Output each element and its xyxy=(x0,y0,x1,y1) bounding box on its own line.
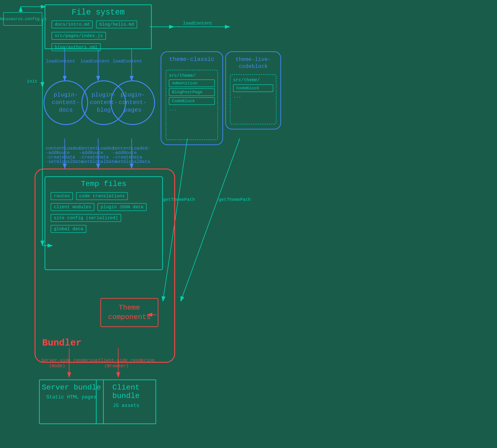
server-bundle-sub: Static HTML pages xyxy=(40,393,103,401)
client-bundle-box: Client bundle JS assets xyxy=(96,380,156,424)
temp-client-modules: client modules xyxy=(51,203,94,211)
theme-live-label: theme-live-codeblock xyxy=(226,52,280,72)
loadcontent3-label: loadContent xyxy=(113,59,142,64)
clientrendering2-label: (Browser) xyxy=(104,363,128,368)
contentloaded2b-label: -addRoute xyxy=(79,150,103,155)
temp-files-title: Temp files xyxy=(45,177,162,191)
contentloaded3c-label: -createData xyxy=(113,155,142,160)
temp-site-config: site config (serialized) xyxy=(51,214,121,222)
loadcontent4-label: loadContent xyxy=(183,21,212,26)
temp-files-box: Temp files routes code translations clie… xyxy=(45,176,163,270)
theme-classic-dots: ... xyxy=(169,107,215,112)
serverrendering2-label: (Node) xyxy=(49,363,65,368)
theme-classic-label: theme-classic xyxy=(161,52,222,65)
file-docs-intro: docs/intro.md xyxy=(51,20,93,28)
contentloaded1b-label: -addRoute xyxy=(46,150,70,155)
config-label: docusaurus.config.js xyxy=(0,17,47,21)
contentloaded2c-label: -createData xyxy=(79,155,109,160)
theme-classic-box: theme-classic src/theme/ Admonition Blog… xyxy=(161,51,223,145)
file-pages-index: src/pages/index.js xyxy=(51,32,106,40)
loadcontent2-label: loadContent xyxy=(80,59,110,64)
contentloaded3d-label: -setGlobalData xyxy=(113,159,150,164)
plugin-docs-label: plugin-content-docs xyxy=(52,91,80,114)
contentloaded1-label: contentLoaded: xyxy=(46,146,83,151)
client-bundle-sub: JS assets xyxy=(97,401,155,410)
contentloaded1d-label: -setGlobalData xyxy=(46,159,83,164)
admonition-item: Admonition xyxy=(169,80,215,87)
init-label: init xyxy=(27,79,37,84)
temp-global-data: global data xyxy=(51,225,86,233)
config-box: docusaurus.config.js xyxy=(3,12,42,26)
theme-live-dots: ... xyxy=(233,94,273,99)
contentloaded2-label: contentLoaded: xyxy=(79,146,117,151)
file-blog-hello: blog/hello.md xyxy=(96,20,137,28)
temp-plugin-json: plugin JSON data xyxy=(97,203,147,211)
client-bundle-label: Client bundle xyxy=(97,380,155,401)
codeblock-classic-item: CodeBlock xyxy=(169,97,215,105)
blogpostpage-item: BlogPostPage xyxy=(169,88,215,96)
filesystem-box: File system docs/intro.md blog/hello.md … xyxy=(45,4,152,49)
loadcontent1-label: loadContent xyxy=(46,59,75,64)
contentloaded1c-label: -createData xyxy=(46,155,75,160)
file-blog-authors: blog/authors.yml xyxy=(51,43,101,51)
getthemepath2-label: getThemePath xyxy=(219,197,251,202)
theme-classic-inner: src/theme/ Admonition BlogPostPage CodeB… xyxy=(166,70,218,140)
svg-line-13 xyxy=(181,138,240,301)
theme-components-box: Themecomponents xyxy=(100,298,158,327)
theme-live-inner: src/theme/ CodeBlock ... xyxy=(230,74,276,124)
plugin-pages-circle: plugin-content-pages xyxy=(110,80,155,125)
plugin-pages-label: plugin-content-pages xyxy=(119,91,147,114)
theme-live-codeblock-box: theme-live-codeblock src/theme/ CodeBloc… xyxy=(225,51,281,129)
temp-routes: routes xyxy=(51,192,73,200)
server-bundle-box: Server bundle Static HTML pages xyxy=(39,380,104,424)
theme-live-path: src/theme/ xyxy=(233,78,273,83)
filesystem-title: File system xyxy=(45,5,151,19)
theme-classic-path: src/theme/ xyxy=(169,73,215,78)
server-bundle-label: Server bundle xyxy=(40,380,103,393)
contentloaded2d-label: -setGlobalData xyxy=(79,159,117,164)
bundler-label: Bundler xyxy=(42,338,81,349)
temp-code-translations: code translations xyxy=(76,192,128,200)
theme-components-label: Themecomponents xyxy=(108,303,151,322)
contentloaded3b-label: -addRoute xyxy=(113,150,137,155)
codeblock-live-item: CodeBlock xyxy=(233,84,273,92)
contentloaded3-label: contentLoaded: xyxy=(113,146,150,151)
